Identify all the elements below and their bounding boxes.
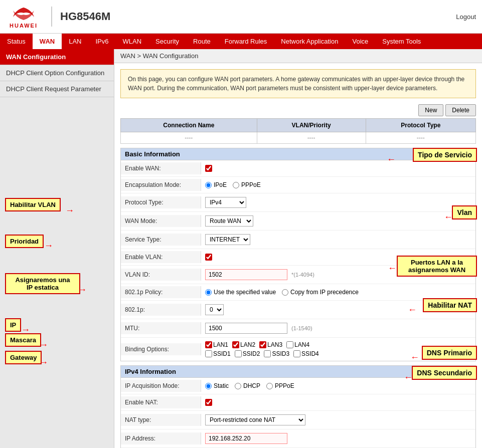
ip-acq-mode-row: IP Acquisition Mode: Static DHCP PPPoE	[121, 378, 475, 394]
brand-label: HUAWEI	[10, 23, 38, 29]
pppoe-acq-label: PPPoE	[266, 382, 294, 389]
nav-wlan[interactable]: WLAN	[116, 34, 149, 49]
enable-wan-control	[201, 163, 475, 173]
basic-info-section: Basic Information Enable WAN: Encapsulat…	[120, 148, 476, 361]
sidebar-dhcp-option[interactable]: DHCP Client Option Configuration	[0, 65, 114, 81]
enable-vlan-control	[201, 252, 475, 262]
service-type-label: Service Type:	[121, 234, 201, 246]
ip-address-input[interactable]	[205, 433, 287, 444]
static-radio[interactable]	[205, 383, 212, 389]
encap-mode-control: IPoE PPPoE	[201, 180, 475, 190]
col-connection-name: Connection Name	[121, 119, 257, 132]
enable-nat-row: Enable NAT:	[121, 394, 475, 411]
static-label: Static	[205, 382, 229, 389]
specified-value-radio[interactable]	[205, 289, 212, 296]
cell-vlan: ----	[257, 132, 366, 144]
mtu-hint: (1-1540)	[291, 325, 312, 331]
wan-mode-row: WAN Mode: Route WAN Bridge WAN	[121, 212, 475, 231]
enable-nat-checkbox[interactable]	[205, 399, 212, 406]
col-protocol-type: Protocol Type	[366, 119, 475, 132]
delete-button[interactable]: Delete	[445, 104, 476, 116]
basic-info-header: Basic Information	[121, 148, 475, 160]
lan2-checkbox[interactable]	[232, 341, 239, 348]
ssid4-checkbox[interactable]	[293, 350, 300, 357]
wan-mode-control: Route WAN Bridge WAN	[201, 214, 475, 228]
ssid4-label: SSID4	[293, 350, 319, 357]
encap-mode-row: Encapsulation Mode: IPoE PPPoE	[121, 177, 475, 193]
enable-nat-control	[201, 397, 475, 407]
vlan-id-control: *(1-4094)	[201, 268, 475, 282]
ipv4-info-header: IPv4 Information	[121, 366, 475, 378]
dot1p-select[interactable]: 0123 4567	[205, 304, 224, 315]
info-box: On this page, you can configure WAN port…	[120, 69, 476, 98]
nav-forward[interactable]: Forward Rules	[218, 34, 274, 49]
ipoe-label: IPoE	[205, 181, 227, 188]
pppoe-acq-radio[interactable]	[266, 383, 273, 389]
breadcrumb: WAN > WAN Configuration	[114, 49, 482, 63]
enable-wan-checkbox[interactable]	[205, 165, 212, 172]
ssid2-checkbox[interactable]	[235, 350, 242, 357]
table-row: ---- ---- ----	[121, 132, 476, 144]
new-button[interactable]: New	[418, 104, 443, 116]
pppoe-label: PPPoE	[233, 181, 261, 188]
wan-mode-select[interactable]: Route WAN Bridge WAN	[205, 215, 253, 227]
copy-ip-label: Copy from IP precedence	[282, 289, 359, 296]
sidebar: WAN Configuration DHCP Client Option Con…	[0, 49, 114, 448]
logout-button[interactable]: Logout	[456, 13, 476, 21]
nav-system-tools[interactable]: System Tools	[375, 34, 428, 49]
nav-network-app[interactable]: Network Application	[274, 34, 345, 49]
binding-options-label: Binding Options:	[121, 343, 201, 355]
mtu-input[interactable]	[205, 323, 287, 334]
nat-type-label: NAT type:	[121, 414, 201, 426]
vlan-id-input[interactable]	[205, 269, 287, 280]
content-area: WAN > WAN Configuration On this page, yo…	[114, 49, 482, 448]
vlan-id-label: VLAN ID:	[121, 269, 201, 281]
nav-voice[interactable]: Voice	[345, 34, 375, 49]
dot1p-label: 802.1p:	[121, 304, 201, 316]
enable-vlan-row: Enable VLAN:	[121, 249, 475, 266]
lan1-label: LAN1	[205, 341, 228, 348]
binding-options-row: Binding Options: LAN1 LAN2 LAN3 LAN4 SSI…	[121, 338, 475, 361]
dot1p-policy-label: 802.1p Policy:	[121, 286, 201, 298]
pppoe-radio[interactable]	[233, 182, 239, 188]
ssid3-label: SSID3	[264, 350, 289, 357]
dot1p-policy-control: Use the specified value Copy from IP pre…	[201, 287, 475, 297]
sidebar-wan-config[interactable]: WAN Configuration	[0, 49, 114, 65]
enable-vlan-checkbox[interactable]	[205, 254, 212, 261]
nav-ipv6[interactable]: IPv6	[89, 34, 116, 49]
nav-security[interactable]: Security	[148, 34, 186, 49]
dhcp-label: DHCP	[235, 382, 260, 389]
col-vlan-priority: VLAN/Priority	[257, 119, 366, 132]
nat-type-row: NAT type: Port-restricted cone NAT Full …	[121, 411, 475, 429]
specified-value-label: Use the specified value	[205, 289, 276, 296]
nav-wan[interactable]: WAN	[33, 34, 62, 49]
dot1p-policy-row: 802.1p Policy: Use the specified value C…	[121, 284, 475, 301]
lan3-checkbox[interactable]	[259, 341, 266, 348]
huawei-logo: HUAWEI	[6, 4, 41, 29]
lan4-label: LAN4	[286, 341, 309, 348]
ipv4-info-section: IPv4 Information IP Acquisition Mode: St…	[120, 365, 476, 448]
lan4-checkbox[interactable]	[286, 341, 293, 348]
nat-type-select[interactable]: Port-restricted cone NAT Full cone NAT R…	[205, 414, 305, 425]
ip-address-control	[201, 431, 475, 445]
sidebar-dhcp-request[interactable]: DHCP Client Request Parameter	[0, 81, 114, 97]
nav-route[interactable]: Route	[186, 34, 218, 49]
protocol-type-label: Protocol Type:	[121, 196, 201, 208]
binding-options-control: LAN1 LAN2 LAN3 LAN4 SSID1 SSID2 SSID3 SS…	[201, 340, 475, 359]
mtu-label: MTU:	[121, 322, 201, 334]
nav-status[interactable]: Status	[0, 34, 33, 49]
copy-ip-radio[interactable]	[282, 289, 288, 296]
nav-lan[interactable]: LAN	[62, 34, 88, 49]
ssid1-checkbox[interactable]	[205, 350, 212, 357]
ssid3-checkbox[interactable]	[264, 350, 271, 357]
protocol-type-select[interactable]: IPv4 IPv6 IPv4/IPv6	[205, 197, 246, 208]
dhcp-radio[interactable]	[235, 383, 241, 389]
encap-mode-label: Encapsulation Mode:	[121, 179, 201, 191]
enable-vlan-label: Enable VLAN:	[121, 251, 201, 263]
cell-protocol: ----	[366, 132, 475, 144]
ipoe-radio[interactable]	[205, 182, 212, 188]
main-nav: Status WAN LAN IPv6 WLAN Security Route …	[0, 34, 482, 49]
dot1p-control: 0123 4567	[201, 303, 475, 317]
lan1-checkbox[interactable]	[205, 341, 212, 348]
service-type-select[interactable]: INTERNET TR069 VOIP OTHER	[205, 234, 250, 245]
